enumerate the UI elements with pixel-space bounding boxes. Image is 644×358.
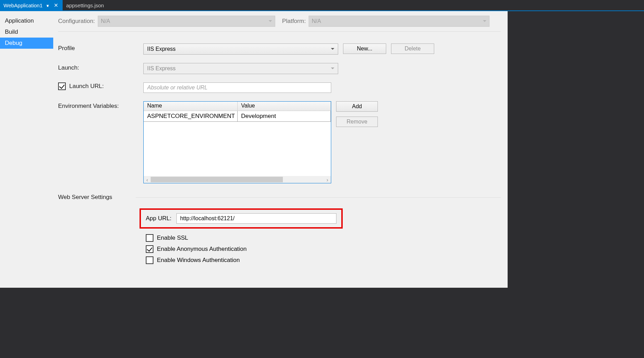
env-vars-label: Environment Variables: (58, 101, 143, 110)
section-rule (136, 197, 501, 198)
category-nav: Application Build Debug (0, 11, 53, 288)
env-name-cell[interactable]: ASPNETCORE_ENVIRONMENT (144, 111, 238, 121)
launch-url-input[interactable] (143, 82, 331, 93)
chevron-down-icon (269, 20, 272, 22)
delete-profile-button[interactable]: Delete (391, 43, 434, 54)
pin-icon[interactable] (45, 2, 51, 8)
platform-dropdown: N/A (309, 16, 490, 27)
profile-label: Profile (58, 43, 143, 52)
col-header-value[interactable]: Value (238, 102, 331, 111)
launch-url-checkbox[interactable] (58, 82, 66, 90)
env-value-cell[interactable]: Development (238, 111, 331, 121)
config-platform-row: Configuration: N/A Platform: N/A (58, 11, 501, 32)
enable-anon-checkbox[interactable] (146, 245, 153, 253)
enable-win-checkbox[interactable] (146, 256, 153, 264)
table-header: Name Value (144, 102, 331, 111)
horizontal-scrollbar[interactable]: ‹ › (144, 176, 331, 183)
scroll-right-icon[interactable]: › (324, 177, 331, 183)
launch-dropdown[interactable]: IIS Express (143, 63, 338, 74)
launch-value: IIS Express (147, 65, 176, 72)
app-url-input[interactable] (176, 213, 336, 224)
document-tabstrip: WebApplication1 appsettings.json (0, 0, 644, 11)
form-area: Configuration: N/A Platform: N/A Profile… (53, 11, 508, 288)
scroll-thumb[interactable] (151, 177, 283, 182)
enable-anon-label: Enable Anonymous Authentication (157, 246, 247, 253)
col-header-name[interactable]: Name (144, 102, 238, 111)
configuration-dropdown: N/A (98, 16, 275, 27)
env-vars-table[interactable]: Name Value ASPNETCORE_ENVIRONMENT Develo… (143, 101, 331, 183)
tab-label: appsettings.json (66, 2, 104, 8)
enable-win-label: Enable Windows Authentication (157, 257, 240, 264)
tab-label: WebApplication1 (3, 2, 42, 8)
properties-pane: Application Build Debug Configuration: N… (0, 11, 508, 288)
close-icon[interactable] (53, 2, 59, 8)
chevron-down-icon (483, 20, 486, 22)
nav-build[interactable]: Build (0, 26, 53, 38)
web-server-section-header: Web Server Settings (58, 194, 501, 201)
app-url-highlight: App URL: (140, 208, 343, 229)
chevron-down-icon (331, 67, 334, 70)
configuration-value: N/A (101, 18, 110, 24)
platform-label: Platform: (282, 18, 306, 25)
enable-ssl-label: Enable SSL (157, 234, 188, 241)
table-row[interactable]: ASPNETCORE_ENVIRONMENT Development (144, 111, 331, 122)
launch-label: Launch: (58, 63, 143, 71)
tab-webapplication1[interactable]: WebApplication1 (0, 0, 63, 10)
remove-env-button[interactable]: Remove (336, 117, 378, 127)
app-url-label: App URL: (146, 215, 172, 222)
enable-ssl-checkbox[interactable] (146, 234, 153, 242)
platform-value: N/A (312, 18, 321, 24)
profile-value: IIS Express (147, 46, 176, 52)
nav-application[interactable]: Application (0, 15, 53, 26)
web-server-title: Web Server Settings (58, 194, 136, 201)
launch-url-label: Launch URL: (69, 83, 104, 90)
add-env-button[interactable]: Add (336, 101, 378, 112)
tab-appsettings[interactable]: appsettings.json (63, 0, 107, 10)
profile-dropdown[interactable]: IIS Express (143, 43, 338, 55)
scroll-left-icon[interactable]: ‹ (144, 177, 151, 183)
chevron-down-icon (331, 48, 334, 50)
nav-debug[interactable]: Debug (0, 38, 53, 49)
new-profile-button[interactable]: New... (343, 43, 386, 54)
configuration-label: Configuration: (58, 18, 95, 25)
